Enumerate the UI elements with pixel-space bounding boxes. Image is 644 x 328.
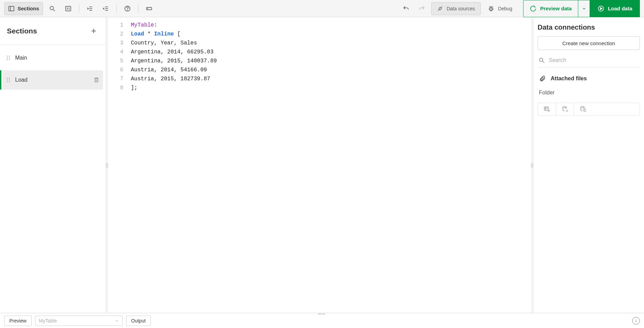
svg-point-2: [50, 6, 53, 10]
svg-line-42: [543, 61, 544, 63]
bug-icon: [488, 5, 495, 12]
svg-point-35: [9, 80, 10, 81]
help-icon: [124, 5, 131, 12]
indent-button[interactable]: [83, 2, 96, 15]
svg-point-27: [9, 56, 10, 57]
svg-rect-0: [9, 6, 14, 11]
db-check-icon: [562, 106, 569, 113]
svg-rect-38: [95, 79, 98, 82]
search-button[interactable]: [46, 2, 59, 15]
svg-point-36: [7, 81, 8, 82]
svg-point-33: [9, 78, 10, 79]
section-list: Main Load: [0, 45, 106, 93]
add-section-button[interactable]: +: [89, 25, 99, 36]
insert-script-button[interactable]: [556, 103, 574, 115]
svg-point-29: [9, 58, 10, 59]
svg-line-21: [489, 9, 490, 10]
info-button[interactable]: i: [632, 317, 640, 325]
data-sources-label: Data sources: [447, 6, 475, 11]
connection-search-input[interactable]: [549, 57, 639, 63]
sections-header: Sections +: [0, 17, 106, 45]
svg-line-22: [492, 8, 494, 8]
toolbar-separator: [79, 4, 79, 13]
create-connection-button[interactable]: Create new connection: [538, 36, 640, 50]
svg-point-14: [127, 10, 127, 10]
svg-line-20: [489, 8, 490, 8]
help-button[interactable]: [121, 2, 134, 15]
field-icon: [146, 5, 153, 12]
table-select[interactable]: MyTable: [35, 316, 123, 326]
svg-rect-43: [544, 107, 549, 110]
section-item-load[interactable]: Load: [3, 70, 103, 90]
folder-actions: [538, 103, 640, 116]
comment-icon: [65, 5, 72, 12]
chevron-down-icon: [115, 319, 119, 323]
preview-data-label: Preview data: [540, 6, 572, 11]
attached-files-label: Attached files: [551, 75, 587, 82]
main-area: Sections + Main Load || 1234567: [0, 17, 644, 313]
attached-files-row[interactable]: Attached files: [538, 72, 640, 85]
edit-connection-button[interactable]: [574, 103, 592, 115]
comment-toggle-button[interactable]: [62, 2, 75, 15]
delete-section-button[interactable]: [93, 77, 100, 83]
section-item-label: Load: [15, 77, 28, 83]
undo-button[interactable]: [399, 2, 413, 15]
load-data-button[interactable]: Load data: [590, 0, 640, 17]
script-editor[interactable]: 12345678 MyTable:Load * Inline [Country,…: [108, 17, 531, 313]
toolbar: Sections Data sources Debug Pr: [0, 0, 644, 17]
output-tab-button[interactable]: Output: [126, 316, 151, 326]
svg-point-32: [7, 78, 8, 79]
redo-button[interactable]: [415, 2, 428, 15]
preview-tab-button[interactable]: Preview: [4, 316, 32, 326]
connection-search: [538, 55, 640, 68]
preview-data-button[interactable]: Preview data: [523, 0, 578, 17]
svg-rect-4: [65, 6, 71, 11]
svg-point-30: [7, 59, 8, 60]
toolbar-separator: [116, 4, 117, 13]
data-connections-panel: Data connections Create new connection A…: [533, 17, 644, 313]
select-data-button[interactable]: [538, 103, 556, 115]
sections-toggle-label: Sections: [18, 6, 39, 11]
search-icon: [49, 5, 56, 12]
svg-point-41: [539, 58, 543, 61]
svg-line-23: [492, 9, 494, 10]
debug-label: Debug: [498, 6, 512, 11]
svg-point-28: [7, 58, 8, 59]
trash-icon: [93, 77, 100, 83]
data-sources-button[interactable]: Data sources: [431, 2, 481, 15]
preview-data-group: Preview data: [523, 0, 590, 17]
data-connections-title: Data connections: [538, 23, 640, 31]
svg-point-31: [9, 59, 10, 60]
preview-icon: [530, 5, 537, 12]
bottom-bar: ══ Preview MyTable Output i: [0, 313, 644, 328]
insert-button[interactable]: [143, 2, 156, 15]
sections-sidebar: Sections + Main Load: [0, 17, 106, 313]
svg-point-46: [563, 106, 566, 108]
preview-data-dropdown[interactable]: [578, 0, 590, 17]
outdent-icon: [102, 5, 109, 12]
undo-icon: [403, 5, 409, 12]
section-item-main[interactable]: Main: [3, 48, 103, 68]
db-refresh-icon: [580, 106, 586, 113]
sections-toggle-button[interactable]: Sections: [4, 2, 43, 15]
outdent-button[interactable]: [99, 2, 112, 15]
line-gutter: 12345678: [108, 17, 128, 313]
redo-icon: [418, 5, 425, 12]
chevron-down-icon: [582, 7, 586, 11]
bottom-bar-resize-handle[interactable]: ══: [318, 311, 326, 317]
svg-line-3: [53, 9, 55, 11]
plug-icon: [437, 6, 443, 12]
drag-handle-icon[interactable]: [6, 55, 10, 61]
svg-point-34: [7, 80, 8, 81]
toolbar-separator: [138, 4, 138, 13]
svg-rect-15: [146, 7, 152, 10]
drag-handle-icon[interactable]: [6, 77, 10, 83]
debug-button[interactable]: Debug: [484, 2, 516, 15]
svg-point-47: [581, 106, 584, 108]
load-data-label: Load data: [608, 6, 632, 11]
folder-label: Folder: [538, 90, 640, 96]
section-item-label: Main: [15, 55, 27, 61]
code-area[interactable]: MyTable:Load * Inline [Country, Year, Sa…: [128, 17, 531, 313]
table-select-value: MyTable: [39, 318, 57, 324]
svg-point-26: [7, 56, 8, 57]
